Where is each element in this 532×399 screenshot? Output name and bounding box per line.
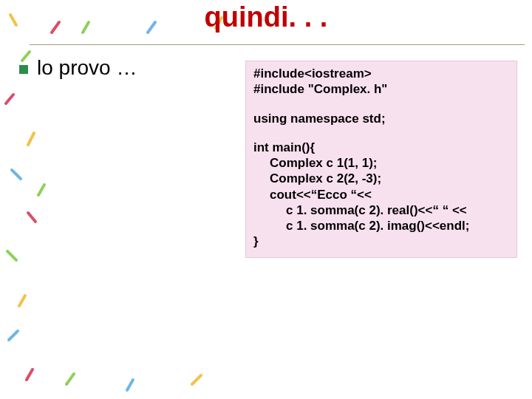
code-line: Complex c 1(1, 1);	[253, 155, 509, 171]
code-line: int main(){	[253, 140, 509, 155]
code-line: c 1. somma(c 2). real()<<“ “ <<	[253, 202, 509, 218]
code-line: c 1. somma(c 2). imag()<<endl;	[253, 218, 509, 233]
code-line: #include<iostream>	[253, 66, 509, 81]
code-line: Complex c 2(2, -3);	[253, 171, 509, 186]
code-line: using namespace std;	[253, 111, 509, 126]
code-line: #include "Complex. h"	[253, 81, 509, 97]
title-divider	[30, 44, 525, 45]
code-line: }	[253, 233, 509, 249]
code-block: #include<iostream> #include "Complex. h"…	[245, 61, 517, 258]
bullet-icon	[19, 65, 28, 74]
bullet-text: lo provo …	[37, 56, 137, 80]
slide-title: quindi. . .	[0, 1, 532, 33]
code-line: cout<<“Ecco “<<	[253, 187, 509, 202]
